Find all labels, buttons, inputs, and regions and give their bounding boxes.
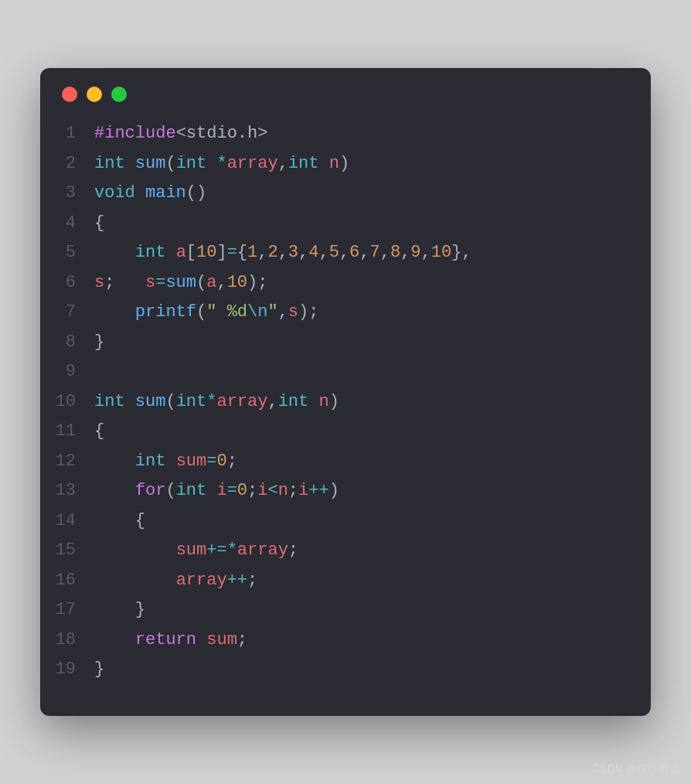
code-line: 3void main()	[40, 179, 635, 209]
code-line: 9	[40, 357, 635, 387]
code-content: int sum(int*array,int n)	[94, 387, 339, 418]
code-line: 14 {	[40, 506, 635, 537]
code-line: 1#include<stdio.h>	[40, 119, 635, 149]
code-content: for(int i=0;i<n;i++)	[94, 476, 339, 506]
line-number: 15	[40, 536, 94, 566]
minimise-icon[interactable]	[87, 87, 102, 102]
line-number: 13	[40, 476, 94, 506]
code-content: }	[94, 655, 104, 685]
titlebar	[40, 68, 651, 111]
line-number: 4	[40, 209, 94, 239]
code-line: 19}	[40, 655, 635, 685]
code-content: int a[10]={1,2,3,4,5,6,7,8,9,10},	[94, 238, 472, 268]
code-line: 6s; s=sum(a,10);	[40, 268, 635, 298]
code-line: 10int sum(int*array,int n)	[40, 387, 635, 418]
line-number: 7	[40, 298, 94, 328]
code-editor[interactable]: 1#include<stdio.h>2int sum(int *array,in…	[40, 111, 651, 693]
line-number: 14	[40, 506, 94, 537]
code-line: 5 int a[10]={1,2,3,4,5,6,7,8,9,10},	[40, 238, 635, 268]
code-line: 17 }	[40, 595, 635, 625]
line-number: 17	[40, 595, 94, 625]
line-number: 11	[40, 417, 94, 447]
code-content: void main()	[94, 179, 206, 209]
line-number: 8	[40, 328, 94, 358]
code-content: int sum(int *array,int n)	[94, 149, 349, 179]
code-line: 16 array++;	[40, 566, 635, 596]
code-content: int sum=0;	[94, 447, 237, 477]
line-number: 3	[40, 179, 94, 209]
code-line: 8}	[40, 328, 635, 358]
code-line: 18 return sum;	[40, 625, 635, 656]
code-content: {	[94, 417, 104, 447]
code-content: }	[94, 328, 104, 358]
line-number: 9	[40, 357, 94, 387]
watermark: CSDN @钢铁男儿	[592, 762, 680, 776]
code-content: s; s=sum(a,10);	[94, 268, 267, 298]
code-content: }	[94, 595, 145, 625]
code-line: 2int sum(int *array,int n)	[40, 149, 635, 179]
line-number: 10	[40, 387, 94, 418]
line-number: 1	[40, 119, 94, 149]
line-number: 6	[40, 268, 94, 298]
line-number: 16	[40, 566, 94, 596]
code-content: return sum;	[94, 625, 247, 656]
code-line: 12 int sum=0;	[40, 447, 635, 477]
code-content: sum+=*array;	[94, 536, 298, 566]
code-line: 13 for(int i=0;i<n;i++)	[40, 476, 635, 506]
code-line: 4{	[40, 209, 635, 239]
code-content: array++;	[94, 566, 257, 596]
code-window: 1#include<stdio.h>2int sum(int *array,in…	[40, 68, 651, 716]
code-line: 15 sum+=*array;	[40, 536, 635, 566]
line-number: 19	[40, 655, 94, 685]
code-line: 7 printf(" %d\n",s);	[40, 298, 635, 328]
line-number: 12	[40, 447, 94, 477]
code-content: {	[94, 506, 145, 537]
close-icon[interactable]	[62, 87, 77, 102]
maximise-icon[interactable]	[111, 87, 127, 102]
line-number: 18	[40, 625, 94, 656]
code-content: #include<stdio.h>	[94, 119, 267, 149]
code-content: {	[94, 209, 104, 239]
line-number: 5	[40, 238, 94, 268]
line-number: 2	[40, 149, 94, 179]
code-content: printf(" %d\n",s);	[94, 298, 318, 328]
code-line: 11{	[40, 417, 635, 447]
